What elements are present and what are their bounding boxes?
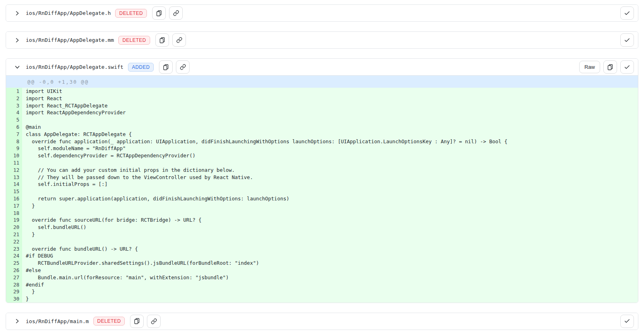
line-number: 24 [6, 252, 22, 260]
diff-line[interactable]: 5 [6, 116, 638, 124]
line-number: 16 [6, 195, 22, 202]
line-content: override func sourceURL(for bridge: RCTB… [22, 216, 202, 224]
file-card-header: ios/RnDiffApp/AppDelegate.swift ADDED [6, 59, 638, 75]
line-content: self.initialProps = [:] [22, 181, 107, 188]
check-icon [624, 37, 630, 43]
copy-path-button[interactable] [152, 6, 166, 20]
diff-line[interactable]: 6 @main [6, 124, 638, 131]
diff-line[interactable]: 8 override func application(_ applicatio… [6, 138, 638, 145]
mark-done-button[interactable] [620, 60, 634, 74]
raw-button[interactable]: Raw [579, 61, 600, 73]
link-icon [173, 10, 179, 16]
file-path: ios/RnDiffApp/AppDelegate.h [26, 10, 111, 16]
diff-line[interactable]: 17 } [6, 202, 638, 210]
diff-line[interactable]: 30 } [6, 295, 638, 303]
diff-line[interactable]: 19 override func sourceURL(for bridge: R… [6, 216, 638, 224]
mark-done-button[interactable] [620, 33, 634, 47]
diff-line[interactable]: 29 } [6, 288, 638, 295]
diff-line[interactable]: 3 import React_RCTAppDelegate [6, 102, 638, 109]
line-number: 26 [6, 267, 22, 274]
diff-line[interactable]: 20 self.bundleURL() [6, 224, 638, 231]
file-path: ios/RnDiffApp/AppDelegate.mm [26, 37, 114, 43]
diff-line[interactable]: 22 [6, 238, 638, 245]
status-badge: DELETED [93, 317, 125, 326]
status-badge: ADDED [128, 63, 154, 72]
diff-line[interactable]: 12 // You can add your custom initial pr… [6, 167, 638, 174]
line-content: #else [22, 267, 41, 274]
line-content: RCTBundleURLProvider.sharedSettings().js… [22, 260, 259, 267]
file-card: ios/RnDiffApp/AppDelegate.swift ADDED [6, 58, 638, 303]
diff-line[interactable]: 18 [6, 210, 638, 217]
mark-done-button[interactable] [620, 315, 634, 328]
copy-link-button[interactable] [169, 6, 183, 20]
line-content: import ReactAppDependencyProvider [22, 109, 126, 116]
copy-path-button[interactable] [159, 60, 173, 74]
copy-link-button[interactable] [176, 60, 190, 74]
diff-line[interactable]: 11 [6, 159, 638, 167]
diff-line[interactable]: 23 override func bundleURL() -> URL? { [6, 245, 638, 253]
diff-line[interactable]: 1 import UIKit [6, 88, 638, 95]
file-path: ios/RnDiffApp/main.m [26, 318, 89, 324]
diff-line[interactable]: 25 RCTBundleURLProvider.sharedSettings()… [6, 260, 638, 267]
diff-line[interactable]: 10 self.dependencyProvider = RCTAppDepen… [6, 152, 638, 159]
diff-line[interactable]: 7 class AppDelegate: RCTAppDelegate { [6, 131, 638, 138]
file-card-header-right [620, 33, 634, 47]
line-content: self.dependencyProvider = RCTAppDependen… [22, 152, 195, 159]
copy-path-button[interactable] [155, 33, 169, 47]
file-card-header-left: ios/RnDiffApp/AppDelegate.h DELETED [14, 6, 183, 20]
line-content [22, 210, 26, 217]
line-content [22, 238, 26, 245]
line-number: 11 [6, 159, 22, 167]
line-number: 30 [6, 295, 22, 303]
mark-done-button[interactable] [620, 6, 634, 20]
link-icon [180, 64, 186, 70]
file-card-header: ios/RnDiffApp/AppDelegate.mm DELETED [6, 32, 638, 48]
line-content: } [22, 202, 35, 210]
check-icon [624, 318, 630, 324]
line-content [22, 159, 26, 167]
diff-line[interactable]: 26 #else [6, 267, 638, 274]
line-number: 22 [6, 238, 22, 245]
diff-line[interactable]: 21 } [6, 231, 638, 238]
link-icon [176, 37, 182, 43]
line-content: self.moduleName = "RnDiffApp" [22, 145, 126, 152]
code-lines: 1 import UIKit 2 import React 3 import R… [6, 88, 638, 303]
line-content: return super.application(application, di… [22, 195, 289, 202]
copy-path-button[interactable] [130, 315, 144, 328]
file-card-header-right [620, 6, 634, 20]
line-number: 8 [6, 138, 22, 145]
line-number: 18 [6, 210, 22, 217]
copy-link-button[interactable] [147, 315, 161, 328]
hunk-header-text: @@ -0,0 +1,30 @@ [22, 79, 89, 85]
collapse-toggle-button[interactable] [14, 37, 21, 43]
line-number: 19 [6, 216, 22, 224]
diff-line[interactable]: 15 [6, 188, 638, 195]
line-number: 6 [6, 124, 22, 131]
link-icon [151, 318, 157, 324]
line-number: 15 [6, 188, 22, 195]
line-content: override func bundleURL() -> URL? { [22, 245, 138, 253]
collapse-toggle-button[interactable] [14, 64, 21, 70]
diff-line[interactable]: 2 import React [6, 95, 638, 102]
diff-line[interactable]: 9 self.moduleName = "RnDiffApp" [6, 145, 638, 152]
diff-line[interactable]: 13 // They will be passed down to the Vi… [6, 174, 638, 181]
hunk-header-gutter [6, 76, 22, 88]
diff-line[interactable]: 14 self.initialProps = [:] [6, 181, 638, 188]
file-card-header: ios/RnDiffApp/AppDelegate.h DELETED [6, 5, 638, 21]
diff-line[interactable]: 4 import ReactAppDependencyProvider [6, 109, 638, 116]
collapse-toggle-button[interactable] [14, 10, 21, 16]
file-card: ios/RnDiffApp/main.m DELETED [6, 313, 638, 330]
copy-icon [163, 64, 169, 70]
line-content: } [22, 288, 35, 295]
line-number: 13 [6, 174, 22, 181]
diff-line[interactable]: 24 #if DEBUG [6, 252, 638, 260]
diff-line[interactable]: 27 Bundle.main.url(forResource: "main", … [6, 274, 638, 281]
status-badge: DELETED [115, 9, 147, 18]
line-content: import React_RCTAppDelegate [22, 102, 107, 109]
diff-line[interactable]: 28 #endif [6, 281, 638, 289]
copy-file-contents-button[interactable] [603, 60, 617, 74]
collapse-toggle-button[interactable] [14, 318, 21, 324]
copy-link-button[interactable] [172, 33, 186, 47]
line-content: import UIKit [22, 88, 62, 95]
diff-line[interactable]: 16 return super.application(application,… [6, 195, 638, 202]
